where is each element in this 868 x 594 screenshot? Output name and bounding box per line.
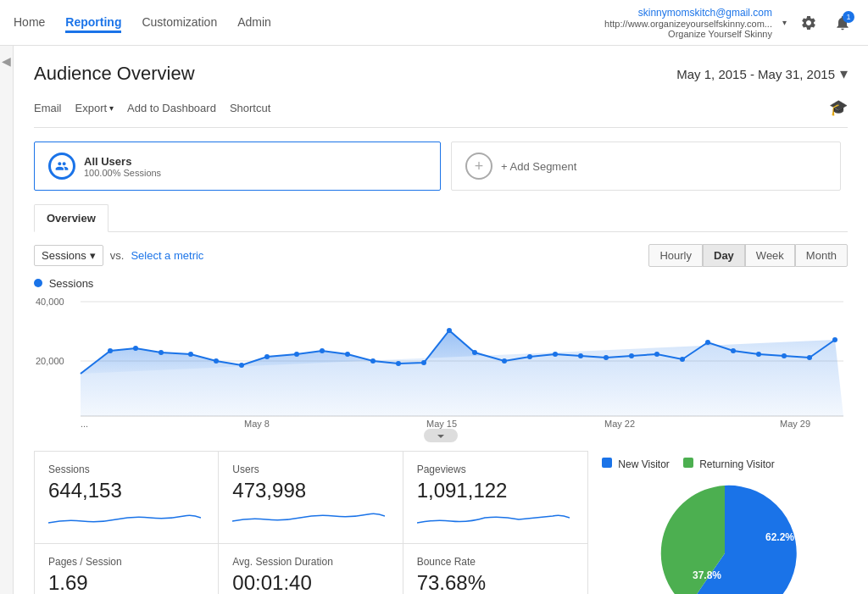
pie-section: New Visitor Returning Visitor [602, 451, 848, 594]
all-users-segment[interactable]: All Users 100.00% Sessions [34, 142, 441, 191]
stats-section: Sessions 644,153 Users 473,998 Pag [34, 451, 848, 594]
user-email: skinnymomskitch@gmail.com [604, 7, 772, 19]
account-dropdown-arrow[interactable]: ▾ [782, 18, 787, 27]
stat-pageviews-value: 1,091,122 [417, 479, 574, 502]
stat-users: Users 473,998 [219, 452, 403, 544]
svg-point-25 [629, 353, 634, 358]
stat-bounce-rate-label: Bounce Rate [417, 556, 574, 568]
export-button[interactable]: Export ▾ [75, 102, 114, 114]
svg-point-32 [807, 355, 812, 360]
stat-pageviews: Pageviews 1,091,122 [403, 452, 587, 544]
segment-info: All Users 100.00% Sessions [84, 155, 161, 178]
stat-pageviews-label: Pageviews [417, 464, 574, 475]
stat-bounce-rate-value: 73.68% [417, 571, 574, 594]
svg-point-10 [239, 363, 244, 368]
chart-scroll [34, 429, 848, 442]
date-range-text: May 1, 2015 - May 31, 2015 [676, 67, 835, 81]
page-layout: ◀ Audience Overview May 1, 2015 - May 31… [0, 46, 868, 594]
toolbar: Email Export ▾ Add to Dashboard Shortcut… [34, 98, 848, 128]
email-button[interactable]: Email [34, 102, 62, 114]
segment-icon [48, 153, 75, 180]
help-icon[interactable]: 🎓 [829, 99, 848, 116]
stat-sessions-value: 644,153 [48, 479, 204, 502]
toolbar-right: 🎓 [829, 98, 848, 117]
vs-label: vs. [110, 249, 125, 262]
stat-pages-session-value: 1.69 [48, 571, 204, 594]
svg-text:May 8: May 8 [244, 419, 270, 429]
svg-text:May 29: May 29 [780, 419, 810, 429]
stat-sessions-label: Sessions [48, 464, 204, 475]
line-chart: 40,000 20,000 [34, 293, 848, 429]
nav-right: skinnymomskitch@gmail.com http://www.org… [604, 7, 854, 39]
svg-point-7 [159, 350, 164, 355]
svg-text:62.2%: 62.2% [765, 531, 794, 543]
nav-reporting[interactable]: Reporting [65, 12, 121, 33]
svg-point-5 [108, 348, 113, 353]
svg-point-6 [133, 346, 138, 351]
shortcut-button[interactable]: Shortcut [230, 102, 270, 114]
svg-point-21 [527, 354, 532, 359]
svg-point-17 [421, 360, 426, 365]
svg-point-15 [370, 358, 376, 364]
add-segment-icon: + [465, 153, 492, 180]
svg-point-9 [214, 358, 219, 364]
time-week[interactable]: Week [745, 244, 795, 267]
nav-admin[interactable]: Admin [237, 12, 271, 33]
user-info: skinnymomskitch@gmail.com http://www.org… [604, 7, 772, 39]
nav-customization[interactable]: Customization [142, 12, 217, 33]
metric-label: Sessions [42, 249, 86, 262]
sessions-sparkline [48, 508, 201, 531]
stat-pages-session: Pages / Session 1.69 [35, 544, 219, 594]
new-visitor-label: New Visitor [618, 458, 669, 470]
scroll-handle[interactable] [424, 429, 458, 442]
time-month[interactable]: Month [795, 244, 848, 267]
svg-text:May 22: May 22 [604, 419, 635, 429]
settings-icon[interactable] [797, 11, 821, 35]
stat-users-label: Users [232, 464, 388, 475]
segment-sub: 100.00% Sessions [84, 168, 161, 178]
add-segment-card[interactable]: + + Add Segment [451, 142, 841, 191]
notifications-icon[interactable]: 1 [831, 11, 854, 35]
svg-point-28 [705, 340, 710, 345]
pie-container: 62.2% 37.8% [602, 477, 848, 594]
chart-controls: Sessions ▾ vs. Select a metric Hourly Da… [34, 244, 848, 267]
page-header: Audience Overview May 1, 2015 - May 31, … [34, 63, 848, 85]
overview-tabs: Overview [34, 204, 848, 232]
time-day[interactable]: Day [703, 244, 745, 267]
time-hourly[interactable]: Hourly [648, 244, 703, 267]
svg-point-23 [578, 353, 583, 358]
add-dashboard-button[interactable]: Add to Dashboard [127, 102, 216, 114]
chart-legend-label: Sessions [49, 277, 94, 290]
time-buttons: Hourly Day Week Month [648, 244, 848, 267]
stat-users-value: 473,998 [232, 479, 388, 502]
svg-point-19 [472, 350, 477, 355]
svg-text:37.8%: 37.8% [693, 569, 721, 581]
svg-point-12 [294, 352, 299, 357]
stat-avg-duration-label: Avg. Session Duration [232, 556, 388, 568]
svg-text:20,000: 20,000 [36, 356, 64, 366]
select-metric-link[interactable]: Select a metric [131, 249, 203, 262]
segment-name: All Users [84, 155, 161, 168]
svg-point-29 [731, 348, 736, 353]
stat-pages-session-label: Pages / Session [48, 556, 204, 568]
chart-legend: Sessions [34, 277, 848, 290]
svg-point-30 [756, 352, 761, 357]
main-content: Audience Overview May 1, 2015 - May 31, … [14, 46, 868, 594]
pageviews-sparkline [417, 508, 570, 531]
date-range-dropdown-icon[interactable]: ▾ [840, 64, 848, 83]
notification-count: 1 [843, 11, 854, 23]
tab-overview[interactable]: Overview [34, 204, 108, 232]
page-title: Audience Overview [34, 63, 195, 85]
metric-dropdown-arrow: ▾ [90, 249, 96, 262]
date-range-picker[interactable]: May 1, 2015 - May 31, 2015 ▾ [676, 64, 848, 83]
pie-chart: 62.2% 37.8% [640, 477, 810, 594]
nav-home[interactable]: Home [14, 12, 45, 33]
legend-new-visitor: New Visitor [602, 458, 670, 470]
svg-point-8 [188, 352, 193, 357]
sidebar-toggle[interactable]: ◀ [0, 46, 14, 594]
pie-legend: New Visitor Returning Visitor [602, 458, 848, 470]
metric-select[interactable]: Sessions ▾ [34, 245, 103, 266]
stats-grid: Sessions 644,153 Users 473,998 Pag [34, 451, 588, 594]
stat-sessions: Sessions 644,153 [35, 452, 219, 544]
svg-point-27 [680, 357, 685, 362]
